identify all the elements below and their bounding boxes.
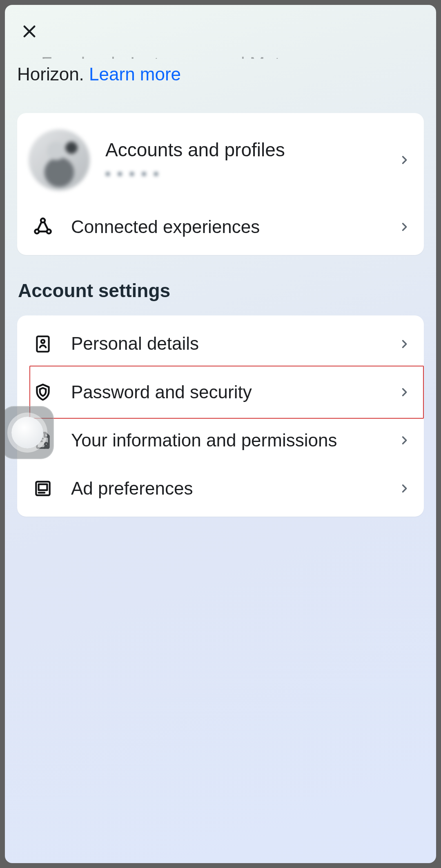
chevron-right-icon [396,431,412,449]
close-icon [21,23,38,41]
connected-experiences-label: Connected experiences [71,215,382,239]
profiles-card: Accounts and profiles ▪ ▪ ▪ ▪ ▪ Connecte… [17,113,424,255]
chevron-right-icon [396,335,412,353]
your-info-permissions-label: Your information and permissions [71,428,382,452]
ad-preferences-icon [29,478,57,499]
chevron-right-icon [396,480,412,497]
shield-icon [29,382,57,402]
ad-preferences-label: Ad preferences [71,477,382,500]
intro-prefix: Horizon. [17,64,89,84]
svg-rect-9 [39,484,47,490]
section-title-account-settings: Account settings [18,280,424,302]
connected-experiences-icon [29,216,57,238]
accounts-profiles-sub: ▪ ▪ ▪ ▪ ▪ [105,164,382,183]
password-and-security-row[interactable]: Password and security [17,368,424,416]
learn-more-link[interactable]: Learn more [89,64,181,84]
chevron-right-icon [396,218,412,236]
avatar [29,129,90,191]
svg-point-6 [41,340,45,343]
partial-prev-line: as Facebook, Instagram and Meta [17,51,424,59]
your-information-permissions-row[interactable]: Your information and permissions [17,416,424,464]
account-settings-card: Personal details Password and security [17,315,424,516]
accounts-profiles-label-wrap: Accounts and profiles ▪ ▪ ▪ ▪ ▪ [105,138,382,183]
assistive-touch-handle[interactable] [5,406,54,459]
personal-details-icon [29,334,57,354]
close-button[interactable] [17,20,42,44]
close-wrap [17,20,424,44]
accounts-center-screen: as Facebook, Instagram and Meta Horizon.… [5,5,436,863]
chevron-right-icon [396,383,412,401]
connected-experiences-row[interactable]: Connected experiences [17,203,424,251]
accounts-profiles-label: Accounts and profiles [105,138,382,162]
password-security-label: Password and security [71,380,382,404]
personal-details-row[interactable]: Personal details [17,320,424,368]
intro-text: as Facebook, Instagram and Meta Horizon.… [17,51,424,86]
ad-preferences-row[interactable]: Ad preferences [17,464,424,513]
accounts-and-profiles-row[interactable]: Accounts and profiles ▪ ▪ ▪ ▪ ▪ [17,117,424,203]
chevron-right-icon [396,151,412,169]
personal-details-label: Personal details [71,332,382,355]
